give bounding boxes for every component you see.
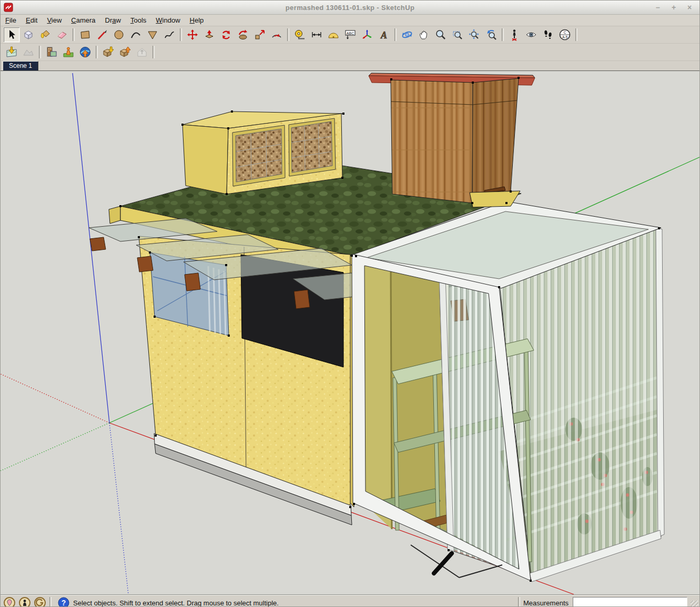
dimension-tool-button[interactable] <box>308 27 325 43</box>
planter-front[interactable] <box>391 80 473 203</box>
move-icon <box>186 28 199 41</box>
toolbar-separator <box>39 46 41 58</box>
scene-tab-1[interactable]: Scene 1 <box>3 61 38 70</box>
credit-status-icon[interactable] <box>18 596 31 607</box>
axes-tool-button[interactable] <box>359 27 376 43</box>
insect-panel-left[interactable] <box>236 129 282 182</box>
orbit-tool-button[interactable] <box>399 27 415 43</box>
position-camera-button[interactable] <box>506 27 523 43</box>
zoom-window-button[interactable] <box>449 27 466 43</box>
paint-bucket-button[interactable] <box>37 27 54 43</box>
zoom-tool-button[interactable] <box>432 27 449 43</box>
close-button[interactable]: × <box>685 3 694 12</box>
section-plane-button[interactable]: CA-5 <box>556 27 573 43</box>
menu-tools[interactable]: Tools <box>126 15 151 25</box>
line-tool-button[interactable] <box>94 27 110 43</box>
protractor-tool-button[interactable] <box>325 27 342 43</box>
geo-location-icon[interactable] <box>3 596 16 607</box>
push-pull-tool-button[interactable] <box>201 27 218 43</box>
zoom-icon <box>434 28 447 41</box>
circle-tool-button[interactable] <box>110 27 127 43</box>
toolbar-main: ABC A CA-5 <box>1 26 699 44</box>
minimize-button[interactable]: – <box>653 3 663 12</box>
help-icon[interactable]: ? <box>57 596 70 607</box>
3d-text-tool-button[interactable]: A <box>376 27 392 43</box>
walk-tool-button[interactable] <box>540 27 556 43</box>
svg-text:?: ? <box>62 599 66 607</box>
select-tool-button[interactable] <box>3 27 20 43</box>
footprints-icon <box>542 28 554 41</box>
google-earth-button[interactable] <box>77 44 94 60</box>
dimension-icon <box>310 28 323 41</box>
maximize-button[interactable]: + <box>669 3 678 12</box>
offset-tool-button[interactable] <box>268 27 285 43</box>
sign-in-status-icon[interactable] <box>34 596 46 607</box>
zoom-previous-button[interactable] <box>483 27 500 43</box>
rotate-tool-button[interactable] <box>218 27 235 43</box>
follow-me-tool-button[interactable] <box>235 27 251 43</box>
select-arrow-icon <box>5 28 18 41</box>
rotate-icon <box>220 28 232 41</box>
measurements-input[interactable] <box>573 597 687 607</box>
rectangle-tool-button[interactable] <box>77 27 94 43</box>
section-plane-icon: CA-5 <box>559 28 571 41</box>
share-component-button[interactable] <box>134 44 150 60</box>
eraser-button[interactable] <box>54 27 70 43</box>
menu-draw[interactable]: Draw <box>100 15 126 25</box>
pan-hand-icon <box>418 28 430 41</box>
share-model-button[interactable] <box>117 44 134 60</box>
paint-bucket-icon <box>39 28 52 41</box>
menu-help[interactable]: Help <box>185 15 209 25</box>
toolbar-separator <box>502 28 504 41</box>
tape-measure-button[interactable] <box>291 27 308 43</box>
toolbar-google <box>1 44 699 61</box>
status-bar: ? Select objects. Shift to extend select… <box>1 594 699 607</box>
move-tool-button[interactable] <box>184 27 201 43</box>
wood-planter-box[interactable] <box>369 73 535 203</box>
toolbar-separator <box>394 28 397 41</box>
menu-camera[interactable]: Camera <box>66 15 100 25</box>
offset-icon <box>270 28 283 41</box>
resize-grip[interactable] <box>691 601 698 607</box>
menu-window[interactable]: Window <box>151 15 185 25</box>
component-box-icon <box>22 28 35 41</box>
greenhouse-model[interactable] <box>352 191 664 582</box>
polygon-tool-button[interactable] <box>144 27 161 43</box>
add-location-button[interactable] <box>3 44 20 60</box>
share-model-icon <box>119 46 131 58</box>
pan-tool-button[interactable] <box>415 27 432 43</box>
push-pull-icon <box>203 28 216 41</box>
toolbar-separator <box>96 46 98 58</box>
window-title: permashed 130611-01.skp - SketchUp <box>1 4 699 12</box>
freehand-tool-button[interactable] <box>161 27 178 43</box>
zoom-extents-button[interactable] <box>466 27 483 43</box>
viewport-canvas[interactable] <box>1 71 700 594</box>
arc-tool-button[interactable] <box>127 27 144 43</box>
insect-panel-right[interactable] <box>291 122 332 173</box>
scale-tool-button[interactable] <box>251 27 268 43</box>
menu-file[interactable]: File <box>1 15 21 25</box>
arc-icon <box>129 28 142 41</box>
menu-edit[interactable]: Edit <box>21 15 42 25</box>
orbit-icon <box>401 28 413 41</box>
make-component-button[interactable] <box>20 27 37 43</box>
photo-textures-button[interactable] <box>43 44 60 60</box>
menu-view[interactable]: View <box>42 15 66 25</box>
text-tool-button[interactable]: ABC <box>342 27 359 43</box>
preview-earth-button[interactable] <box>60 44 77 60</box>
look-around-button[interactable] <box>523 27 540 43</box>
protractor-icon <box>327 28 340 41</box>
toolbar-separator <box>575 28 577 41</box>
roof-fascia-end[interactable] <box>109 206 120 224</box>
menu-bar: File Edit View Camera Draw Tools Window … <box>1 15 699 26</box>
status-separator <box>518 597 520 607</box>
modeling-viewport[interactable] <box>1 71 699 594</box>
zoom-previous-icon <box>485 28 498 41</box>
svg-text:ABC: ABC <box>347 32 354 35</box>
zoom-extents-icon <box>468 28 481 41</box>
get-models-button[interactable] <box>100 44 117 60</box>
tape-measure-icon <box>293 28 306 41</box>
eye-icon <box>525 28 537 41</box>
toggle-terrain-button[interactable] <box>20 44 37 60</box>
status-hint-text: Select objects. Shift to extend select. … <box>73 599 279 607</box>
